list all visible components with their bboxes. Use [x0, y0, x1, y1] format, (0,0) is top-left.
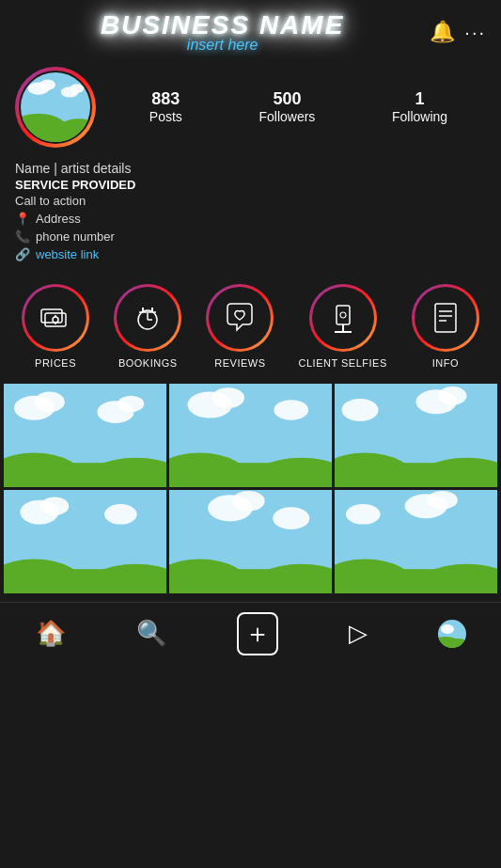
grid-cell-6[interactable]: [335, 490, 497, 593]
grid-cell-4[interactable]: [4, 490, 166, 593]
client-selfies-icon: [325, 300, 361, 336]
svg-point-59: [273, 507, 309, 529]
insert-here-text: insert here: [15, 37, 430, 54]
grid-cell-2[interactable]: [169, 384, 332, 487]
bottom-nav: 🏠 🔍 ＋ ▷: [0, 602, 501, 669]
svg-point-2: [39, 79, 55, 89]
highlight-prices-label: PRICES: [35, 357, 76, 369]
highlight-reviews-circle: [206, 284, 274, 352]
svg-rect-55: [4, 569, 166, 593]
business-name: BUSINESS NAME: [101, 10, 344, 39]
highlight-selfies-label: CLIENT SELFIES: [299, 357, 387, 369]
location-icon: 📍: [15, 212, 30, 226]
svg-point-52: [104, 504, 137, 525]
bio-service: SERVICE PROVIDED: [15, 178, 486, 192]
reels-nav-icon[interactable]: ▷: [349, 619, 368, 648]
grid-cell-1[interactable]: [4, 384, 166, 487]
followers-count: 500: [258, 89, 315, 109]
stat-posts: 883 Posts: [149, 89, 182, 124]
svg-point-10: [53, 317, 58, 323]
highlight-client-selfies[interactable]: CLIENT SELFIES: [299, 284, 387, 369]
nav-avatar[interactable]: [438, 620, 466, 648]
svg-rect-48: [335, 463, 497, 487]
svg-point-29: [34, 391, 64, 412]
photo-grid: [0, 382, 501, 598]
header: BUSINESS NAME insert here 🔔 ···: [0, 0, 501, 57]
highlight-prices[interactable]: PRICES: [22, 284, 89, 369]
followers-label: Followers: [258, 109, 315, 124]
bell-icon[interactable]: 🔔: [430, 20, 455, 44]
following-label: Following: [392, 109, 447, 124]
info-icon: [428, 300, 463, 336]
bio-section: Name | artist details SERVICE PROVIDED C…: [0, 157, 501, 271]
stats-container: 883 Posts 500 Followers 1 Following: [111, 89, 486, 124]
highlight-info-label: INFO: [432, 357, 459, 369]
avatar-landscape-svg: [21, 72, 90, 142]
svg-rect-69: [335, 569, 497, 593]
svg-rect-7: [21, 126, 90, 142]
more-options-icon[interactable]: ···: [464, 22, 486, 43]
grid-row-1: [4, 384, 497, 487]
address-text: Address: [36, 212, 81, 226]
highlight-bookings[interactable]: BOOKINGS: [114, 284, 181, 369]
bio-cta: Call to action: [15, 194, 486, 208]
svg-point-31: [117, 396, 144, 412]
svg-rect-19: [337, 306, 350, 324]
svg-point-51: [40, 497, 69, 514]
posts-label: Posts: [149, 109, 182, 124]
highlight-prices-circle: [22, 284, 89, 352]
highlight-reviews-label: REVIEWS: [214, 357, 265, 369]
highlights-section: PRICES BOOKINGS REVIEWS: [0, 271, 501, 382]
posts-count: 883: [149, 89, 182, 109]
stat-following: 1 Following: [392, 89, 447, 124]
svg-point-64: [346, 504, 381, 525]
highlight-bookings-circle: [114, 284, 181, 352]
stat-followers: 500 Followers: [258, 89, 315, 124]
highlight-bookings-label: BOOKINGS: [118, 357, 178, 369]
svg-point-37: [211, 387, 244, 408]
search-nav-icon[interactable]: 🔍: [136, 619, 166, 648]
svg-point-4: [70, 84, 84, 92]
highlight-info[interactable]: INFO: [412, 284, 479, 369]
svg-rect-41: [169, 463, 332, 487]
prices-icon: [38, 300, 73, 336]
svg-point-38: [274, 400, 308, 420]
header-icons: 🔔 ···: [430, 20, 486, 44]
svg-point-58: [232, 491, 265, 512]
link-icon: 🔗: [15, 247, 30, 261]
svg-point-66: [427, 491, 457, 509]
avatar-container[interactable]: [15, 67, 96, 148]
svg-point-22: [340, 312, 346, 318]
svg-point-45: [438, 387, 466, 404]
grid-cell-5[interactable]: [169, 490, 332, 593]
avatar: [19, 71, 92, 144]
bio-name: Name | artist details: [15, 161, 486, 176]
highlight-info-circle: [412, 284, 479, 352]
highlight-selfies-circle: [309, 284, 377, 352]
svg-rect-23: [435, 304, 456, 332]
avatar-ring: [15, 67, 96, 148]
svg-rect-34: [4, 463, 166, 487]
grid-cell-3[interactable]: [335, 384, 497, 487]
profile-section: 883 Posts 500 Followers 1 Following: [0, 57, 501, 157]
svg-point-73: [441, 624, 454, 634]
highlight-reviews[interactable]: REVIEWS: [206, 284, 274, 369]
phone-icon: 📞: [15, 229, 30, 244]
bio-phone: 📞 phone number: [15, 229, 486, 244]
bookings-icon: [130, 300, 165, 336]
home-nav-icon[interactable]: 🏠: [36, 619, 66, 648]
link-text: website link: [36, 247, 99, 261]
following-count: 1: [392, 89, 447, 109]
grid-row-2: [4, 490, 497, 593]
add-nav-icon[interactable]: ＋: [237, 612, 278, 655]
bio-address: 📍 Address: [15, 212, 486, 226]
business-name-container: BUSINESS NAME insert here: [15, 11, 430, 54]
bio-link[interactable]: 🔗 website link: [15, 247, 486, 261]
svg-rect-62: [169, 569, 332, 593]
svg-point-43: [342, 399, 379, 421]
reviews-icon: [222, 300, 258, 336]
phone-text: phone number: [36, 229, 115, 244]
